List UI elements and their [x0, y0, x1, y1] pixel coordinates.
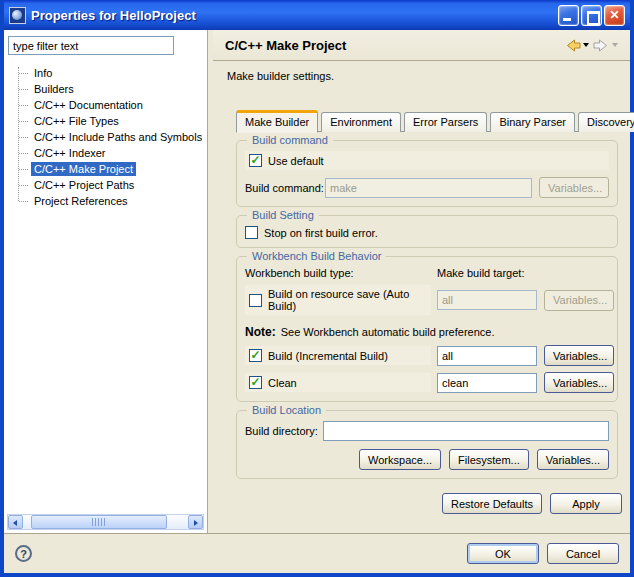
page-description: Make builder settings.	[227, 70, 616, 82]
maximize-button[interactable]	[581, 5, 602, 26]
note-label: Note:	[245, 325, 276, 339]
window-icon	[9, 7, 26, 24]
page-header: C/C++ Make Project	[213, 30, 630, 61]
use-default-row: Use default	[245, 151, 609, 170]
tree-item-builders[interactable]: Builders	[4, 81, 207, 97]
tree-item-cpp-documentation[interactable]: C/C++ Documentation	[4, 97, 207, 113]
tree-item-cpp-indexer[interactable]: C/C++ Indexer	[4, 145, 207, 161]
titlebar[interactable]: Properties for HelloProject ✕	[4, 0, 630, 30]
use-default-checkbox[interactable]	[249, 154, 262, 167]
build-setting-group: Build Setting Stop on first build error.	[236, 215, 618, 248]
stop-on-error-row: Stop on first build error.	[245, 226, 609, 239]
workbench-build-behavior-group: Workbench Build Behavior Workbench build…	[236, 256, 618, 402]
incremental-build-label: Build (Incremental Build)	[268, 350, 388, 362]
workbench-group-title: Workbench Build Behavior	[247, 250, 386, 262]
filter-input[interactable]	[8, 36, 174, 55]
note-text: See Workbench automatic build preference…	[281, 326, 495, 338]
tree-item-cpp-include-paths[interactable]: C/C++ Include Paths and Symbols	[4, 129, 207, 145]
make-build-target-label: Make build target:	[437, 267, 524, 279]
stop-on-error-label: Stop on first build error.	[264, 227, 378, 239]
incremental-build-row: Build (Incremental Build) Variables...	[245, 345, 609, 366]
build-location-group: Build Location Build directory: Workspac…	[236, 410, 618, 479]
workbench-build-type-label: Workbench build type:	[245, 267, 437, 279]
incremental-build-target-input[interactable]	[437, 346, 537, 366]
auto-build-row: Build on resource save (Auto Build) Vari…	[245, 285, 609, 315]
forward-button[interactable]	[591, 37, 620, 54]
dialog-footer: ? OK Cancel	[4, 533, 630, 573]
page-title: C/C++ Make Project	[225, 38, 562, 53]
clean-checkbox[interactable]	[249, 376, 262, 389]
auto-build-checkbox[interactable]	[249, 294, 262, 307]
properties-dialog: Properties for HelloProject ✕ Info Build…	[0, 0, 634, 577]
clean-row: Clean Variables...	[245, 372, 609, 393]
incremental-build-checkbox[interactable]	[249, 349, 262, 362]
tab-binary-parser[interactable]: Binary Parser	[490, 112, 575, 132]
build-setting-group-title: Build Setting	[247, 209, 319, 221]
tree-horizontal-scrollbar[interactable]	[7, 514, 204, 530]
tab-make-builder[interactable]: Make Builder	[236, 110, 318, 133]
build-location-variables-button[interactable]: Variables...	[537, 449, 609, 470]
properties-tree: Info Builders C/C++ Documentation C/C++ …	[4, 65, 207, 209]
tab-error-parsers[interactable]: Error Parsers	[404, 112, 487, 132]
scroll-right-icon[interactable]	[188, 515, 203, 529]
tab-discovery-options[interactable]: Discovery Options	[578, 112, 634, 132]
workbench-note: Note: See Workbench automatic build pref…	[245, 325, 609, 339]
cancel-button[interactable]: Cancel	[547, 543, 619, 564]
clean-variables-button[interactable]: Variables...	[544, 372, 614, 393]
back-arrow-icon	[564, 39, 581, 52]
clean-label: Clean	[268, 377, 297, 389]
ok-button[interactable]: OK	[467, 543, 539, 564]
build-location-group-title: Build Location	[247, 404, 326, 416]
back-button[interactable]	[562, 37, 591, 54]
auto-build-target-input[interactable]	[437, 290, 537, 310]
scrollbar-grip-icon	[92, 518, 105, 526]
apply-button[interactable]: Apply	[550, 493, 622, 514]
build-directory-input[interactable]	[323, 421, 609, 441]
auto-build-label: Build on resource save (Auto Build)	[268, 288, 427, 312]
help-icon[interactable]: ?	[15, 545, 32, 562]
scrollbar-thumb[interactable]	[31, 515, 166, 529]
forward-arrow-icon	[593, 39, 610, 52]
tree-item-cpp-project-paths[interactable]: C/C++ Project Paths	[4, 177, 207, 193]
build-command-variables-button[interactable]: Variables...	[539, 177, 609, 198]
clean-target-input[interactable]	[437, 373, 537, 393]
filesystem-button[interactable]: Filesystem...	[449, 449, 529, 470]
sidebar: Info Builders C/C++ Documentation C/C++ …	[4, 30, 207, 533]
tab-environment[interactable]: Environment	[321, 112, 401, 132]
content-panel: C/C++ Make Project Make builder settings…	[213, 30, 630, 533]
back-dropdown-icon[interactable]	[583, 43, 589, 47]
use-default-label: Use default	[268, 155, 324, 167]
tree-item-info[interactable]: Info	[4, 65, 207, 81]
stop-on-error-checkbox[interactable]	[245, 226, 258, 239]
tree-item-cpp-file-types[interactable]: C/C++ File Types	[4, 113, 207, 129]
scroll-left-icon[interactable]	[8, 515, 23, 529]
window-title: Properties for HelloProject	[31, 8, 553, 23]
build-command-input[interactable]	[325, 178, 532, 198]
close-button[interactable]: ✕	[604, 5, 625, 26]
workspace-button[interactable]: Workspace...	[359, 449, 441, 470]
tab-bar: Make Builder Environment Error Parsers B…	[236, 109, 618, 132]
incremental-build-variables-button[interactable]: Variables...	[544, 345, 614, 366]
tree-item-project-references[interactable]: Project References	[4, 193, 207, 209]
forward-dropdown-icon[interactable]	[612, 43, 618, 47]
auto-build-variables-button[interactable]: Variables...	[544, 290, 614, 311]
build-directory-label: Build directory:	[245, 425, 323, 437]
restore-defaults-button[interactable]: Restore Defaults	[442, 493, 542, 514]
tree-item-cpp-make-project[interactable]: C/C++ Make Project	[4, 161, 207, 177]
minimize-button[interactable]	[558, 5, 579, 26]
build-command-label: Build command:	[245, 182, 325, 194]
build-command-group-title: Build command	[247, 134, 333, 146]
build-command-group: Build command Use default Build command:…	[236, 140, 618, 207]
